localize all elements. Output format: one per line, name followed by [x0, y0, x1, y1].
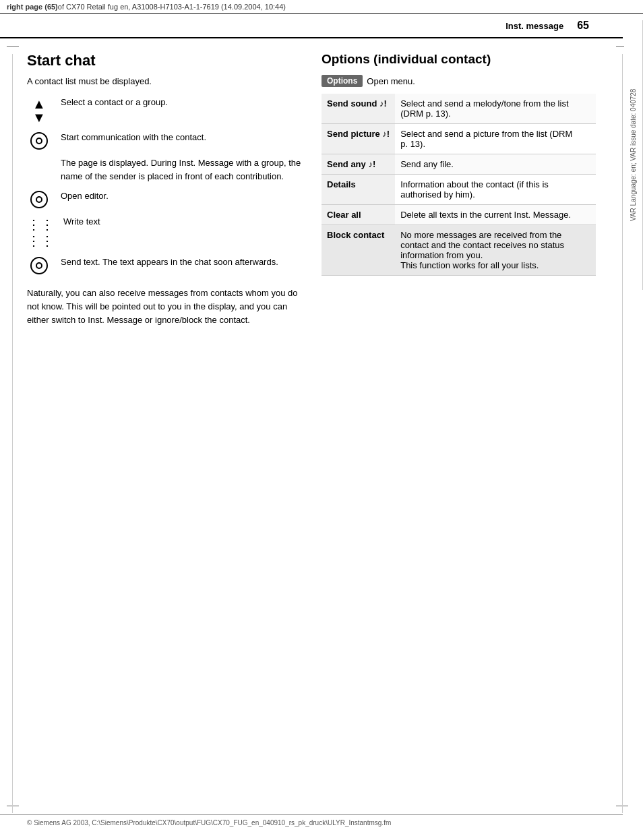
step1-row: ▲︎▼︎ Select a contact or a group. [27, 96, 301, 124]
main-content: Start chat A contact list must be displa… [0, 38, 623, 340]
option-desc: Delete all texts in the current Inst. Me… [395, 205, 596, 225]
step4-row: Open editor. [27, 189, 301, 208]
grid-icon-cell: ⋮⋮⋮⋮ [27, 215, 54, 249]
step5-text: Write text [63, 215, 100, 229]
left-margin-line [12, 54, 13, 813]
step6-row: Send text. The text appears in the chat … [27, 256, 301, 274]
options-button: Options [322, 75, 363, 87]
options-table: Send sound ♪!Select and send a melody/to… [322, 94, 596, 276]
section-title: Inst. message [506, 21, 563, 31]
option-label: Clear all [322, 205, 395, 225]
left-column: Start chat A contact list must be displa… [27, 52, 301, 327]
options-table-row: Send any ♪!Send any file. [322, 154, 596, 175]
keyboard-icon: ⋮⋮⋮⋮ [27, 216, 54, 249]
option-desc: Select and send a picture from the list … [395, 124, 596, 154]
circle-inner [36, 138, 42, 144]
option-desc: Select and send a melody/tone from the l… [395, 94, 596, 124]
options-table-row: Send picture ♪!Select and send a picture… [322, 124, 596, 154]
step6-text: Send text. The text appears in the chat … [61, 256, 278, 269]
step1-text: Select a contact or a group. [61, 96, 168, 109]
options-table-row: Clear allDelete all texts in the current… [322, 205, 596, 225]
options-intro-text: Open menu. [367, 76, 415, 86]
step4-text: Open editor. [61, 189, 109, 203]
option-desc: Send any file. [395, 154, 596, 175]
top-rule-left [7, 46, 19, 47]
page-number: 65 [577, 20, 589, 32]
options-table-row: Send sound ♪!Select and send a melody/to… [322, 94, 596, 124]
bottom-rule-left [7, 806, 19, 806]
options-title: Options (individual contact) [322, 52, 596, 67]
contact-list-note: A contact list must be displayed. [27, 76, 301, 86]
footer: © Siemens AG 2003, C:\Siemens\Produkte\C… [0, 814, 623, 827]
option-label: Send any ♪! [322, 154, 395, 175]
right-margin-line [622, 54, 623, 813]
circle-icon-cell [27, 131, 51, 150]
circle-icon3-cell [27, 256, 51, 274]
circle-icon2 [30, 191, 48, 208]
footer-text: © Siemens AG 2003, C:\Siemens\Produkte\C… [27, 819, 391, 827]
step5-row: ⋮⋮⋮⋮ Write text [27, 215, 301, 249]
circle-inner3 [36, 262, 42, 269]
right-column: Options (individual contact) Options Ope… [322, 52, 596, 327]
option-label: Send sound ♪! [322, 94, 395, 124]
header-bold: right page (65) [7, 3, 58, 11]
page-header: Inst. message 65 [0, 14, 623, 38]
step3-desc: The page is displayed. During Inst. Mess… [61, 156, 301, 183]
start-chat-title: Start chat [27, 52, 301, 69]
option-desc: No more messages are received from the c… [395, 225, 596, 276]
circle-icon [30, 132, 48, 150]
options-table-row: DetailsInformation about the contact (if… [322, 175, 596, 205]
header-rest: of CX70 Retail fug en, A31008-H7103-A1-1… [58, 3, 286, 11]
nav-icon-cell: ▲︎▼︎ [27, 96, 51, 124]
header-bar: right page (65) of CX70 Retail fug en, A… [0, 0, 643, 14]
options-table-row: Block contactNo more messages are receiv… [322, 225, 596, 276]
option-label: Details [322, 175, 395, 205]
option-label: Send picture ♪! [322, 124, 395, 154]
side-label-text: VAR Language: en; VAR issue date: 040728 [629, 89, 638, 221]
option-desc: Information about the contact (if this i… [395, 175, 596, 205]
circle-icon3 [30, 257, 48, 274]
step2-row: Start communication with the contact. [27, 131, 301, 150]
side-label: VAR Language: en; VAR issue date: 040728 [624, 20, 643, 290]
nav-arrows-icon: ▲︎▼︎ [32, 97, 46, 124]
circle-icon2-cell [27, 189, 51, 208]
step2-text: Start communication with the contact. [61, 131, 206, 144]
circle-inner2 [36, 196, 42, 203]
option-label: Block contact [322, 225, 395, 276]
options-intro: Options Open menu. [322, 75, 596, 87]
bottom-paragraph: Naturally, you can also receive messages… [27, 287, 301, 327]
